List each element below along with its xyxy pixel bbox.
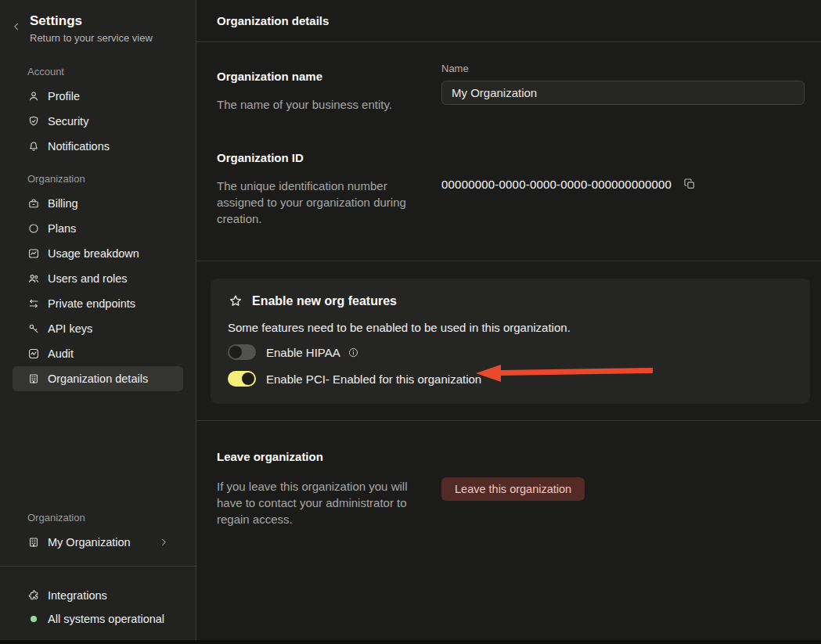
name-field-label: Name (441, 63, 805, 74)
toggle-enable-pci-enabled-for-this-organization[interactable] (228, 371, 256, 387)
audit-icon (27, 347, 40, 360)
chart-icon (27, 247, 40, 260)
toggle-row-enable-pci-enabled-for-this-organization: Enable PCI- Enabled for this organizatio… (228, 370, 791, 387)
sidebar-nav: AccountProfileSecurityNotificationsOrgan… (0, 52, 196, 391)
system-status-link[interactable]: All systems operational (13, 607, 183, 631)
nav-section-label: Organization (0, 173, 196, 185)
shield-check-icon (27, 115, 40, 128)
sidebar-item-label: Audit (48, 347, 177, 360)
sidebar-item-label: Security (48, 115, 177, 128)
sidebar-item-label: API keys (48, 322, 177, 335)
chevron-right-icon (158, 537, 169, 548)
user-icon (27, 90, 40, 103)
org-id-title: Organization ID (217, 151, 441, 164)
users-icon (27, 272, 40, 285)
sidebar-footer: Integrations All systems operational (0, 566, 196, 644)
toggle-row-enable-hipaa: Enable HIPAA (228, 344, 791, 361)
sidebar-item-plans[interactable]: Plans (13, 216, 183, 241)
sidebar-item-security[interactable]: Security (13, 109, 183, 134)
sidebar-item-label: Notifications (48, 140, 177, 153)
org-name-section: Organization name The name of your busin… (217, 42, 805, 113)
chevron-left-icon (11, 21, 22, 32)
back-button[interactable] (11, 13, 27, 32)
sidebar-item-notifications[interactable]: Notifications (13, 134, 183, 159)
swap-arrows-icon (27, 297, 40, 310)
sidebar-title: Settings (30, 13, 153, 29)
sidebar-item-label: Usage breakdown (48, 247, 177, 260)
section-divider (196, 261, 821, 261)
toggle-label: Enable PCI- Enabled for this organizatio… (266, 372, 481, 386)
org-name-description: The name of your business entity. (217, 96, 416, 113)
sidebar-item-label: Private endpoints (48, 297, 177, 310)
org-id-value: 00000000-0000-0000-0000-000000000000 (441, 178, 672, 191)
org-switcher-block: Organization My Organization (0, 498, 196, 566)
sidebar-subtitle: Return to your service view (30, 32, 153, 44)
leave-organization-button[interactable]: Leave this organization (441, 477, 585, 501)
main-content: Organization details Organization name T… (196, 0, 821, 644)
sidebar-item-billing[interactable]: Billing (13, 191, 183, 216)
sidebar-item-label: Billing (48, 197, 177, 210)
section-divider (196, 420, 821, 421)
sidebar-item-users-and-roles[interactable]: Users and roles (13, 266, 183, 291)
org-name-input[interactable] (441, 81, 805, 105)
system-status-label: All systems operational (48, 613, 177, 625)
settings-page: Settings Return to your service view Acc… (0, 0, 821, 644)
sidebar-item-usage-breakdown[interactable]: Usage breakdown (13, 241, 183, 266)
sidebar-header: Settings Return to your service view (0, 0, 196, 52)
leave-title: Leave organization (217, 450, 441, 463)
copy-icon (682, 177, 697, 191)
settings-sidebar: Settings Return to your service view Acc… (0, 0, 196, 644)
toggle-knob (242, 372, 254, 385)
key-icon (27, 322, 40, 335)
leave-description: If you leave this organization you will … (217, 478, 416, 527)
org-switcher-name: My Organization (48, 536, 158, 549)
org-id-description: The unique identification number assigne… (217, 178, 416, 227)
features-panel: Enable new org features Some features ne… (211, 279, 810, 404)
window-bottom-strip (0, 640, 821, 644)
puzzle-icon (27, 589, 40, 602)
circle-icon (27, 222, 40, 235)
integrations-link[interactable]: Integrations (13, 584, 183, 607)
page-title: Organization details (217, 14, 329, 27)
features-description: Some features need to be enabled to be u… (228, 321, 791, 334)
org-name-title: Organization name (217, 70, 441, 83)
sidebar-item-label: Plans (48, 222, 177, 235)
toggle-knob (229, 346, 242, 358)
bell-icon (27, 140, 40, 153)
sidebar-item-private-endpoints[interactable]: Private endpoints (13, 291, 183, 316)
toggle-enable-hipaa[interactable] (228, 344, 256, 360)
org-switcher[interactable]: My Organization (13, 530, 183, 555)
copy-button[interactable] (681, 175, 698, 192)
toggle-label: Enable HIPAA (266, 346, 340, 359)
status-dot-icon (31, 616, 37, 622)
sidebar-item-profile[interactable]: Profile (13, 84, 183, 109)
main-header: Organization details (196, 0, 821, 42)
nav-section-label: Account (0, 66, 196, 77)
sidebar-item-audit[interactable]: Audit (13, 341, 183, 366)
billing-icon (27, 197, 40, 210)
org-id-section: Organization ID The unique identificatio… (217, 151, 805, 227)
building-icon (27, 372, 40, 385)
sidebar-item-api-keys[interactable]: API keys (13, 316, 183, 341)
sidebar-item-label: Organization details (48, 372, 177, 385)
features-title: Enable new org features (252, 294, 397, 308)
sidebar-item-label: Users and roles (48, 272, 177, 285)
info-icon[interactable] (347, 347, 359, 358)
leave-section: Leave organization If you leave this org… (217, 450, 805, 527)
star-icon (228, 293, 243, 309)
integrations-label: Integrations (48, 589, 177, 602)
org-switcher-section-label: Organization (0, 512, 196, 523)
sidebar-item-label: Profile (48, 90, 177, 103)
sidebar-item-organization-details[interactable]: Organization details (13, 366, 183, 391)
building-icon (27, 536, 40, 549)
